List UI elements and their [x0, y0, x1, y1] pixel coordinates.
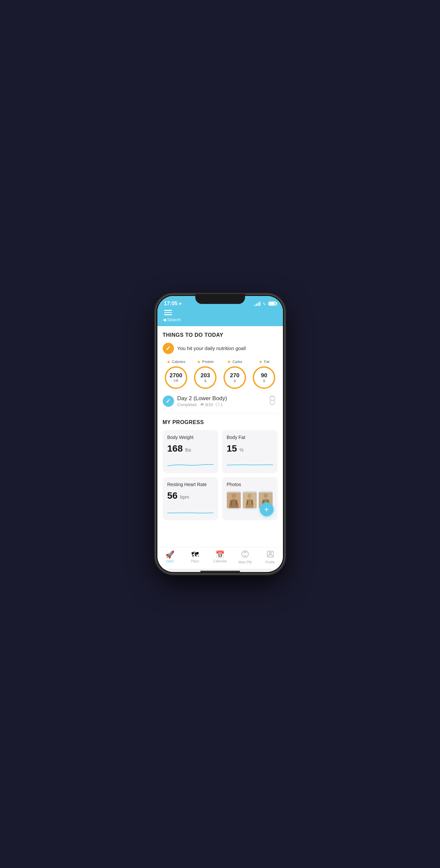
- label-protein: Protein: [202, 360, 214, 364]
- nav-label-plans: Plans: [190, 559, 199, 563]
- card-heart-rate-title: Resting Heart Rate: [167, 482, 213, 487]
- main-content: THINGS TO DO TODAY ✓ You hit your daily …: [157, 326, 283, 548]
- header-nav-row: [157, 309, 283, 316]
- svg-point-10: [269, 552, 271, 554]
- nav-item-profile[interactable]: Profile: [262, 550, 279, 564]
- kettlebell-icon: [267, 395, 277, 408]
- label-calories: Calories: [172, 360, 185, 364]
- card-heart-rate-unit: bpm: [180, 494, 189, 500]
- workout-title: Day 2 (Lower Body): [177, 395, 264, 402]
- nutrition-item-fat: ★ Fat 90 g: [251, 359, 277, 389]
- workout-row[interactable]: ✓ Day 2 (Lower Body) Completed. 9/10 1: [163, 395, 277, 413]
- label-fat: Fat: [264, 360, 269, 364]
- goal-check-icon: ✓: [166, 345, 171, 351]
- battery-icon: [268, 302, 276, 306]
- card-photos[interactable]: Photos: [222, 477, 277, 520]
- location-icon: ➤: [179, 302, 182, 306]
- body-weight-chart: [167, 459, 213, 468]
- value-protein: 203: [201, 373, 210, 379]
- value-calories: 2700: [170, 373, 182, 379]
- photo-thumb-1[interactable]: [227, 491, 241, 509]
- card-body-weight[interactable]: Body Weight 168 lbs: [163, 430, 218, 473]
- nutrition-label-carbs: ★ Carbs: [227, 359, 242, 364]
- unit-carbs: g: [234, 379, 236, 382]
- body-fat-chart: [227, 459, 273, 468]
- nutrition-item-carbs: ★ Carbs 270 g: [222, 359, 248, 389]
- card-body-fat[interactable]: Body Fat 15 %: [222, 430, 277, 473]
- notch: [195, 294, 245, 304]
- workout-info: Day 2 (Lower Body) Completed. 9/10 1: [177, 395, 264, 407]
- back-label: ◀ Search: [163, 317, 181, 322]
- bottom-nav: 🚀 Dash 🗺 Plans 📅 Calendar Ma: [157, 547, 283, 569]
- card-body-fat-title: Body Fat: [227, 435, 273, 440]
- section-my-progress: MY PROGRESS: [163, 420, 277, 425]
- unit-protein: g: [204, 379, 206, 382]
- nav-label-main-pm: Main PM: [238, 560, 252, 564]
- phone-frame: 17:05 ➤ ∿ ◀ Search: [155, 294, 285, 574]
- calendar-icon: 📅: [215, 551, 225, 558]
- nav-label-profile: Profile: [265, 560, 275, 564]
- nutrition-label-calories: ★ Calories: [167, 359, 185, 364]
- dash-icon: 🚀: [165, 551, 174, 558]
- svg-point-3: [231, 493, 236, 498]
- svg-point-7: [264, 493, 268, 498]
- nav-item-calendar[interactable]: 📅 Calendar: [211, 551, 229, 563]
- nutrition-label-fat: ★ Fat: [259, 359, 269, 364]
- goal-check-circle: ✓: [163, 343, 174, 354]
- nutrition-grid: ★ Calories 2700 cal ★ Protein 203: [163, 359, 277, 389]
- card-heart-rate[interactable]: Resting Heart Rate 56 bpm: [163, 477, 218, 520]
- photo-thumb-2[interactable]: [243, 491, 257, 509]
- card-body-fat-value: 15: [227, 443, 237, 454]
- circle-fat: 90 g: [253, 366, 275, 389]
- nutrition-label-protein: ★ Protein: [197, 359, 214, 364]
- profile-icon: [266, 550, 274, 559]
- person-photo-1: [227, 491, 241, 509]
- circle-calories: 2700 cal: [165, 366, 187, 389]
- unit-fat: g: [263, 379, 265, 382]
- signal-bars: [254, 301, 260, 306]
- status-icons: ∿: [254, 301, 276, 306]
- person-photo-2: [243, 491, 257, 509]
- back-nav[interactable]: ◀ Search: [157, 316, 283, 322]
- card-body-fat-unit: %: [239, 447, 243, 453]
- plans-icon: 🗺: [191, 551, 199, 558]
- circle-protein: 203 g: [194, 366, 216, 389]
- status-time: 17:05 ➤: [164, 301, 182, 307]
- cloud-icon: [200, 403, 204, 407]
- card-body-weight-title: Body Weight: [167, 435, 213, 440]
- workout-check-icon: ✓: [166, 398, 171, 404]
- workout-status: Completed.: [177, 402, 198, 407]
- workout-check-circle: ✓: [163, 396, 174, 407]
- time-display: 17:05: [164, 301, 178, 307]
- star-icon-calories: ★: [167, 359, 171, 364]
- card-photos-title: Photos: [227, 482, 273, 487]
- nutrition-item-protein: ★ Protein 203 g: [192, 359, 219, 389]
- svg-rect-0: [216, 403, 219, 406]
- value-fat: 90: [261, 373, 267, 379]
- progress-grid: Body Weight 168 lbs Body Fat 15 %: [163, 430, 277, 520]
- star-icon-protein: ★: [197, 359, 201, 364]
- nav-item-plans[interactable]: 🗺 Plans: [186, 551, 204, 563]
- value-carbs: 270: [230, 373, 239, 379]
- nav-item-main-pm[interactable]: Main PM: [236, 550, 254, 564]
- unit-calories: cal: [174, 379, 178, 382]
- workout-rating: 9/10: [205, 402, 213, 407]
- nav-item-dash[interactable]: 🚀 Dash: [161, 551, 178, 563]
- nav-label-dash: Dash: [166, 559, 174, 563]
- workout-meta: Completed. 9/10 1: [177, 402, 264, 407]
- wifi-icon: ∿: [262, 301, 266, 306]
- add-photo-fab[interactable]: +: [260, 502, 274, 516]
- comment-icon: [215, 403, 219, 407]
- circle-carbs: 270 g: [224, 366, 246, 389]
- hamburger-menu[interactable]: [163, 309, 173, 316]
- label-carbs: Carbs: [232, 360, 242, 364]
- workout-comments: 1: [221, 402, 223, 407]
- fab-plus-icon: +: [264, 505, 269, 514]
- goal-row: ✓ You hit your daily nutrition goal!: [163, 343, 277, 354]
- card-heart-rate-value: 56: [167, 490, 178, 501]
- card-body-weight-value: 168: [167, 443, 183, 454]
- svg-point-5: [247, 493, 252, 498]
- home-indicator: [200, 571, 240, 572]
- star-icon-carbs: ★: [227, 359, 231, 364]
- main-pm-icon: [241, 550, 249, 559]
